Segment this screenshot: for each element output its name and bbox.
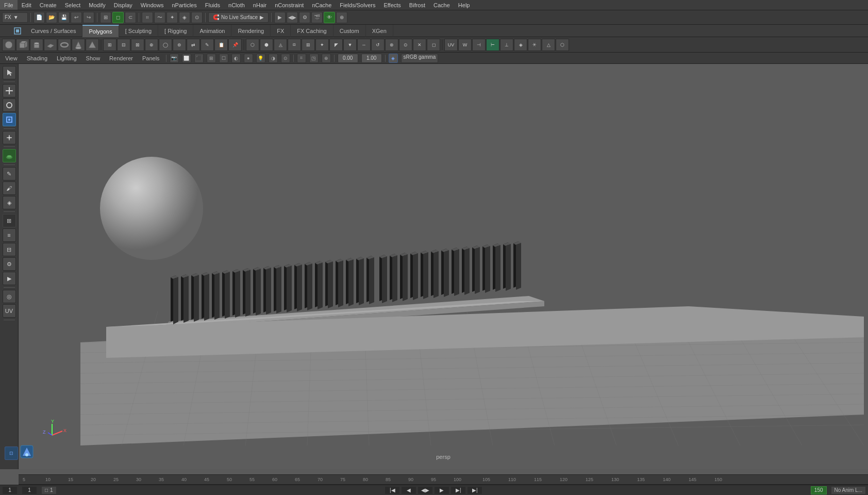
soft-select-button[interactable] [3,149,16,162]
uv-editor-button[interactable]: UV [444,39,458,51]
menu-nhair[interactable]: nHair [249,0,271,10]
boolean-button[interactable]: ⊕ [145,39,158,51]
menu-create[interactable]: Create [36,0,61,10]
flip-button[interactable]: ↔ [357,39,371,51]
move-tool-button[interactable] [3,84,16,97]
pyramid-primitive-button[interactable] [86,39,99,51]
plane-primitive-button[interactable] [44,39,57,51]
undo-button[interactable]: ↩ [71,12,82,23]
uv-editor-lt-button[interactable]: UV [3,304,16,318]
resolution-gate-button[interactable]: ⬛ [194,54,204,63]
show-manipulator-button[interactable] [3,131,16,144]
xray-button[interactable]: ☐ [219,54,228,63]
mirror-button[interactable]: ⊣ [472,39,486,51]
shading-menu[interactable]: Shading [24,55,51,61]
rotate-tool-button[interactable] [3,98,16,112]
offset-x-field[interactable]: 0.00 [338,54,358,63]
sphere-primitive-button[interactable] [2,39,15,51]
paint-transfer-button[interactable]: ✎ [201,39,214,51]
hud-button[interactable]: ◳ [309,54,319,63]
node-editor-button[interactable]: ◎ [3,290,16,303]
smooth-button[interactable]: ◯ [159,39,172,51]
sub-frame-display[interactable]: 1 [22,486,37,494]
delete-edge-button[interactable]: ✕ [413,39,426,51]
grid-button[interactable]: ⌗ [297,54,306,63]
loop-cut-button[interactable]: ⧈ [288,39,301,51]
menu-modify[interactable]: Modify [85,0,109,10]
panels-menu[interactable]: Panels [139,55,163,61]
lighting-menu[interactable]: Lighting [54,55,80,61]
tab-polygons[interactable]: Polygons [82,25,119,37]
transfer-attributes-button[interactable]: ⇄ [187,39,200,51]
select-by-hierarchy-button[interactable]: ⊞ [100,12,111,23]
bevel-button[interactable]: ◬ [274,39,287,51]
render-button[interactable]: ▶ [274,12,286,23]
open-scene-button[interactable]: 📂 [46,12,57,23]
more-render-button[interactable]: ⊕ [336,12,347,23]
poke-button[interactable]: ✦ [315,39,329,51]
cone-primitive-button[interactable] [72,39,85,51]
bridge-button[interactable]: ⬢ [260,39,273,51]
artisan-tool-button[interactable]: ◈ [3,196,16,209]
menu-effects[interactable]: Effects [379,0,405,10]
snap-point-button[interactable]: ✦ [166,12,178,23]
render-view-button[interactable]: 🎬 [311,12,323,23]
current-frame-display[interactable]: 1 [2,486,18,494]
menu-display[interactable]: Display [110,0,137,10]
snap-curve-button[interactable]: 〜 [154,12,165,23]
step-forward-button[interactable]: ▶| [450,486,466,494]
tab-curves-surfaces[interactable]: Curves / Surfaces [25,25,82,37]
snap-live-button[interactable]: ⊙ [191,12,203,23]
select-object-button[interactable]: ◻ [112,12,124,23]
merge-button[interactable]: ⊗ [385,39,398,51]
menu-cache[interactable]: Cache [429,0,454,10]
end-frame-field[interactable]: 150 [811,486,827,494]
clipboard-button[interactable]: 📋 [214,39,228,51]
film-gate-button[interactable]: ⬜ [182,54,191,63]
lasso-select-button[interactable]: ⊂ [125,12,136,23]
camera-button[interactable]: 📷 [170,54,179,63]
shadow-button[interactable]: ◑ [269,54,278,63]
go-to-start-button[interactable]: |◀ [385,486,400,494]
new-scene-button[interactable]: 📄 [34,12,45,23]
attribute-editor-button[interactable]: ⊟ [3,243,16,256]
live-surface-button[interactable]: 🧲 No Live Surface ▶ [208,12,269,23]
shade-selected-button[interactable]: ● [244,54,253,63]
select-tool-button[interactable] [3,66,16,79]
retopo-button[interactable]: ⊥ [500,39,513,51]
menu-edit[interactable]: Edit [18,0,36,10]
tab-sculpting[interactable]: [ Sculpting [119,25,158,37]
workspace-dropdown[interactable]: FX ▼ [2,12,28,23]
save-scene-button[interactable]: 💾 [58,12,70,23]
sculpt-tool-button[interactable]: ✎ [3,167,16,180]
sculpt-button[interactable]: ◈ [514,39,527,51]
merge-center-button[interactable]: ⊙ [399,39,412,51]
play-forward-button[interactable]: ▶ [434,486,449,494]
show-hide-button[interactable]: 👁 [324,12,335,23]
tab-custom[interactable]: Custom [333,25,366,37]
timeline[interactable]: 5 10 15 20 25 30 35 40 45 50 55 60 65 70… [19,474,868,485]
snap-surface-button[interactable]: ◈ [179,12,190,23]
go-to-end-button[interactable]: ▶| [467,486,482,494]
offset-y-field[interactable]: 1.00 [361,54,382,63]
ipr-render-button[interactable]: ◀▶ [287,12,298,23]
step-back-button[interactable]: ◀ [401,486,416,494]
quick-layout-button[interactable]: ⊡ [5,447,18,460]
cube-primitive-button[interactable] [16,39,29,51]
heads-up-button[interactable]: ⊕ [322,54,331,63]
ao-button[interactable]: ⊙ [281,54,290,63]
torus-primitive-button[interactable] [58,39,71,51]
tab-fx[interactable]: FX [271,25,291,37]
menu-fields[interactable]: Fields/Solvers [336,0,379,10]
menu-nconstraint[interactable]: nConstraint [271,0,308,10]
collapse-button[interactable]: ▼ [343,39,357,51]
fill-hole-button[interactable]: ◻ [427,39,440,51]
view-menu[interactable]: View [2,55,21,61]
shade-all-button[interactable]: ◐ [231,54,241,63]
wireframe-button[interactable]: ⊞ [207,54,216,63]
viewport[interactable]: X Y Z persp [19,64,868,469]
snap-grid-button[interactable]: ⌗ [142,12,153,23]
tool-settings-button[interactable]: ⚙ [3,257,16,271]
cylinder-primitive-button[interactable] [30,39,43,51]
weight-button[interactable]: W [458,39,472,51]
